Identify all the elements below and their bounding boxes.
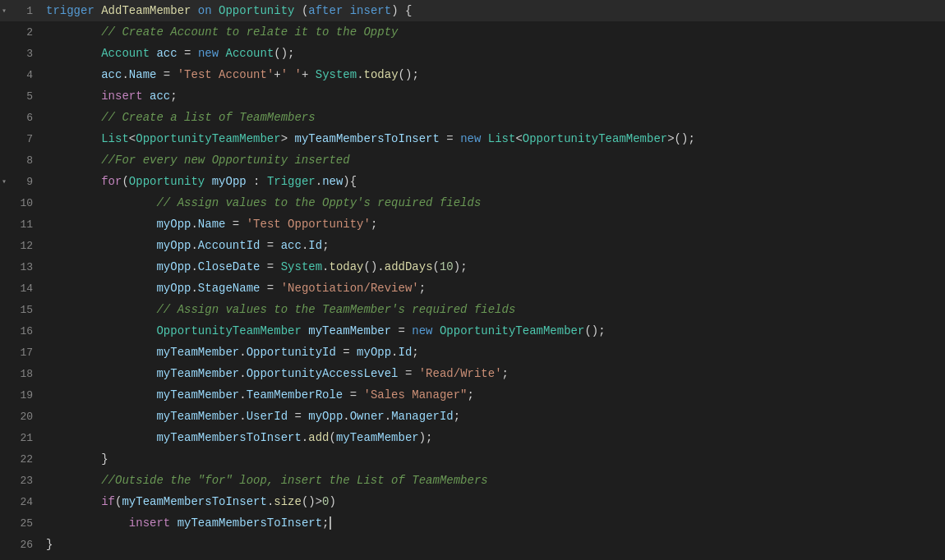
code-content: // Assign values to the TeamMember's req…: [39, 299, 945, 320]
token-num: 0: [322, 495, 329, 508]
code-content: myOpp.StageName = 'Negotiation/Review';: [39, 278, 945, 299]
code-line: 4 acc.Name = 'Test Account'+' '+ System.…: [0, 64, 945, 85]
token-plain: .: [385, 410, 391, 423]
token-kw-ctrl: for: [101, 175, 122, 188]
code-content: myTeamMember.OpportunityId = myOpp.Id;: [39, 342, 945, 363]
code-line: 6 // Create a list of TeamMembers: [0, 107, 945, 128]
token-plain: =: [260, 260, 280, 273]
line-gutter: 8: [0, 154, 39, 167]
token-kw-ctrl: insert: [129, 516, 170, 530]
token-var: OpportunityId: [247, 346, 336, 359]
token-var: myTeamMembersToInsert: [156, 431, 301, 444]
token-plain: [212, 4, 219, 17]
token-type: System: [316, 68, 357, 81]
code-line: 17 myTeamMember.OpportunityId = myOpp.Id…: [0, 342, 945, 363]
token-plain: );: [419, 431, 433, 444]
indent: [46, 495, 101, 508]
token-str: 'Sales Manager": [364, 388, 468, 402]
line-number: 9: [26, 176, 33, 188]
token-var: new: [322, 175, 343, 188]
indent: [46, 154, 101, 167]
line-number: 10: [20, 197, 33, 209]
token-type: OpportunityTeamMember: [440, 324, 584, 337]
token-plain: :: [247, 175, 267, 188]
line-gutter: ▾9: [0, 176, 39, 188]
code-content: }: [39, 534, 945, 555]
code-content: insert acc;: [39, 85, 945, 107]
code-line: 14 myOpp.StageName = 'Negotiation/Review…: [0, 278, 945, 299]
token-plain: ;: [468, 388, 474, 402]
code-content: // Create Account to relate it to the Op…: [39, 21, 945, 43]
line-gutter: 17: [0, 347, 39, 359]
token-plain: (: [122, 175, 128, 188]
token-var: UserId: [247, 410, 288, 423]
token-method: add: [308, 431, 329, 444]
code-content: if(myTeamMembersToInsert.size()>0): [39, 491, 945, 512]
token-var: StageName: [198, 282, 260, 295]
token-plain: .: [191, 239, 197, 252]
token-var: ManagerId: [391, 410, 454, 423]
indent: [46, 90, 101, 103]
token-var: Id: [308, 239, 322, 252]
token-plain: =: [260, 239, 280, 252]
token-plain: =: [177, 47, 198, 60]
code-line: ▾9 for(Opportunity myOpp : Trigger.new){: [0, 171, 945, 192]
token-plain: ;: [322, 516, 329, 530]
code-content: acc.Name = 'Test Account'+' '+ System.to…: [39, 64, 945, 85]
token-comment: //Outside the "for" loop, insert the Lis…: [101, 474, 487, 487]
line-gutter: 7: [0, 133, 39, 145]
token-var: AccountId: [198, 239, 260, 252]
token-plain: ;: [170, 90, 177, 103]
line-gutter: 10: [0, 197, 39, 209]
code-line: 13 myOpp.CloseDate = System.today().addD…: [0, 256, 945, 278]
token-plain: >();: [667, 132, 695, 145]
token-plain: .: [357, 68, 363, 81]
token-str: 'Test Opportunity': [247, 218, 371, 231]
token-comment: // Create Account to relate it to the Op…: [101, 25, 398, 39]
code-line: 10 // Assign values to the Oppty's requi…: [0, 192, 945, 213]
code-line: 16 OpportunityTeamMember myTeamMember = …: [0, 320, 945, 342]
token-plain: ;: [454, 410, 460, 423]
token-str: 'Negotiation/Review': [281, 282, 419, 295]
token-var: myOpp: [212, 175, 247, 188]
code-line: 8 //For every new Opportunity inserted: [0, 149, 945, 171]
token-plain: =: [156, 68, 177, 81]
line-gutter: 14: [0, 282, 39, 295]
token-plain: ().: [364, 260, 385, 273]
token-plain: .: [239, 388, 246, 402]
line-gutter: 5: [0, 90, 39, 103]
code-line: 2 // Create Account to relate it to the …: [0, 21, 945, 43]
token-plain: =: [288, 410, 308, 423]
token-method: today: [364, 68, 399, 81]
token-plain: );: [454, 260, 468, 273]
token-var: Owner: [350, 410, 385, 423]
code-content: // Create a list of TeamMembers: [39, 107, 945, 128]
fold-arrow-icon[interactable]: ▾: [2, 6, 7, 16]
token-plain: =: [260, 282, 280, 295]
token-method: size: [274, 495, 302, 508]
line-gutter: 12: [0, 240, 39, 252]
line-number: 18: [20, 368, 33, 380]
token-type: OpportunityTeamMember: [523, 132, 667, 145]
token-method: today: [330, 260, 364, 273]
fold-arrow-icon[interactable]: ▾: [2, 177, 7, 186]
code-line: 5 insert acc;: [0, 85, 945, 107]
token-var: acc: [150, 90, 170, 103]
code-line: ▾1trigger AddTeamMember on Opportunity (…: [0, 0, 945, 21]
token-var: myOpp: [156, 260, 191, 273]
token-type: OpportunityTeamMember: [136, 132, 280, 145]
token-plain: .: [302, 431, 308, 444]
token-type: OpportunityTeamMember: [156, 324, 301, 337]
line-number: 19: [20, 389, 33, 402]
code-line: 15 // Assign values to the TeamMember's …: [0, 299, 945, 320]
indent: [46, 196, 156, 209]
token-plain: ;: [371, 218, 377, 231]
line-gutter: 25: [0, 517, 39, 530]
indent: [46, 346, 156, 359]
indent: [46, 431, 156, 444]
line-number: 7: [26, 133, 33, 145]
token-method: addDays: [385, 260, 433, 273]
token-plain: .: [191, 218, 197, 231]
line-number: 2: [26, 26, 33, 39]
token-plain: =: [391, 324, 412, 337]
